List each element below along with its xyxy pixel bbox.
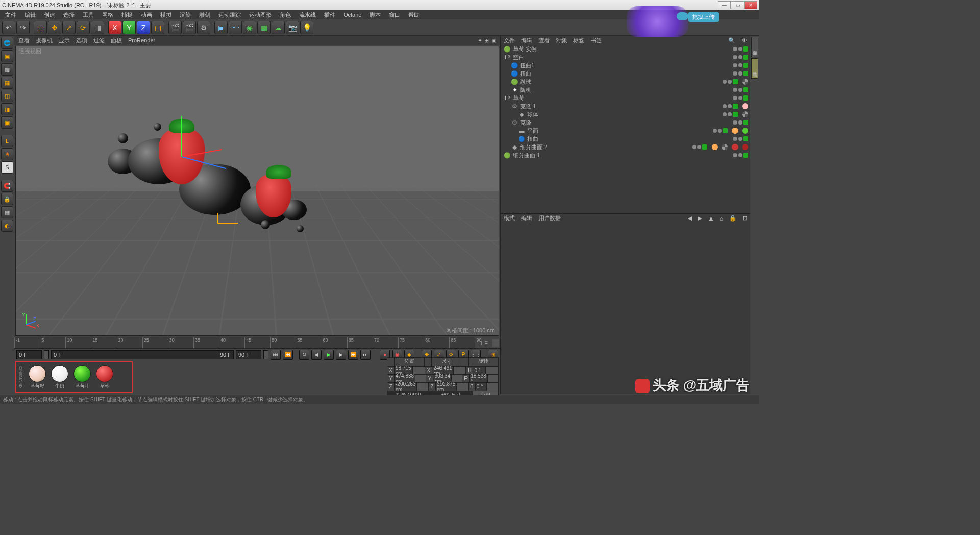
play-button[interactable]: ▶ — [324, 350, 334, 360]
obj-menu-文件[interactable]: 文件 — [504, 37, 515, 44]
vp-menu-面板[interactable]: 面板 — [111, 37, 122, 44]
misc-button[interactable]: ◐ — [1, 220, 13, 232]
attr-menu-用户数据[interactable]: 用户数据 — [538, 214, 561, 222]
object-tree[interactable]: 🟢草莓 实例L⁰空白🔵扭曲1🔵扭曲🟢融球✦随机L⁰草莓⚙克隆.1◆球体⚙克隆▬平… — [501, 45, 750, 213]
attr-menu-模式[interactable]: 模式 — [504, 214, 515, 222]
rotate-tool[interactable]: ⟳ — [77, 21, 90, 34]
spinner[interactable] — [263, 350, 268, 359]
tree-row[interactable]: 🔵扭曲 — [501, 135, 750, 143]
timeline-ruler[interactable]: -151015202530354045505560657075808590 -1… — [14, 337, 500, 348]
light-button[interactable]: 💡 — [300, 21, 313, 34]
attr-next-button[interactable]: ▶ — [698, 215, 702, 222]
tab-layout[interactable]: 界面 — [751, 37, 758, 57]
menu-流水线[interactable]: 流水线 — [296, 11, 319, 19]
tree-row[interactable]: 🔵扭曲 — [501, 69, 750, 78]
model-mode-button[interactable]: 🌐 — [1, 37, 13, 49]
lock-button[interactable]: 🔒 — [1, 193, 13, 205]
next-frame-button[interactable]: ▶ — [336, 350, 346, 360]
start-frame-field[interactable]: 0 F — [16, 350, 42, 359]
snap-button[interactable]: 🖱 — [1, 148, 13, 160]
menu-Octane[interactable]: Octane — [340, 12, 364, 18]
vp-menu-选项[interactable]: 选项 — [76, 37, 87, 44]
menu-雕刻[interactable]: 雕刻 — [196, 11, 213, 19]
poly-mode-button[interactable]: ▣ — [1, 116, 13, 129]
axis-button[interactable]: L — [1, 135, 13, 147]
grid-button[interactable]: ▦ — [1, 206, 13, 218]
obj-menu-编辑[interactable]: 编辑 — [521, 37, 532, 44]
deformer-button[interactable]: ▥ — [257, 21, 271, 34]
tree-row[interactable]: L⁰草莓 — [501, 94, 750, 102]
tree-row[interactable]: ⚙克隆.1 — [501, 102, 750, 110]
vp-menu-显示[interactable]: 显示 — [59, 37, 70, 44]
loop-button[interactable]: ↻ — [299, 350, 309, 360]
tree-row[interactable]: 🟢草莓 实例 — [501, 45, 750, 53]
goto-end-button[interactable]: ⏭ — [360, 350, 371, 360]
cube-primitive-button[interactable]: ▣ — [214, 21, 228, 34]
attr-home-button[interactable]: ⌂ — [720, 215, 723, 222]
menu-模拟[interactable]: 模拟 — [157, 11, 175, 19]
generator-button[interactable]: ◉ — [243, 21, 256, 34]
environment-button[interactable]: ☁ — [272, 21, 285, 34]
vp-menu-过滤[interactable]: 过滤 — [93, 37, 105, 44]
attr-menu-button[interactable]: ⊞ — [743, 215, 747, 222]
obj-menu-对象[interactable]: 对象 — [556, 37, 567, 44]
tree-row[interactable]: ◆细分曲面.2 — [501, 143, 750, 151]
menu-动画[interactable]: 动画 — [138, 11, 155, 19]
menu-窗口[interactable]: 窗口 — [386, 11, 403, 19]
obj-menu-查看[interactable]: 查看 — [538, 37, 550, 44]
obj-search-icon[interactable]: 🔍 — [728, 37, 736, 44]
last-tool[interactable]: ▦ — [91, 21, 104, 34]
object-mode-button[interactable]: ▣ — [1, 50, 13, 62]
menu-脚本[interactable]: 脚本 — [366, 11, 384, 19]
minimize-button[interactable]: — — [718, 1, 731, 9]
texture-mode-button[interactable]: ▩ — [1, 63, 13, 76]
y-axis-button[interactable]: Y — [122, 21, 136, 34]
menu-插件[interactable]: 插件 — [321, 11, 338, 19]
menu-编辑[interactable]: 编辑 — [21, 11, 39, 19]
tree-row[interactable]: ◆球体 — [501, 110, 750, 118]
tree-row[interactable]: 🟢融球 — [501, 78, 750, 86]
z-axis-button[interactable]: Z — [137, 21, 150, 34]
menu-创建[interactable]: 创建 — [41, 11, 58, 19]
tree-row[interactable]: L⁰空白 — [501, 53, 750, 61]
spline-button[interactable]: 〰 — [229, 21, 242, 34]
attr-lock-button[interactable]: 🔒 — [729, 215, 737, 222]
edge-mode-button[interactable]: ◨ — [1, 103, 13, 115]
obj-eye-icon[interactable]: 👁 — [742, 37, 747, 43]
menu-捕捉[interactable]: 捕捉 — [118, 11, 136, 19]
goto-key-next-button[interactable]: ⏩ — [348, 350, 358, 360]
x-axis-button[interactable]: X — [108, 21, 121, 34]
prev-frame-button[interactable]: ◀ — [311, 350, 322, 360]
tree-row[interactable]: 🔵扭曲1 — [501, 61, 750, 69]
render-settings-button[interactable]: ⚙ — [197, 21, 210, 34]
menu-渲染[interactable]: 渲染 — [177, 11, 194, 19]
point-mode-button[interactable]: ◫ — [1, 90, 13, 102]
vp-menu-查看[interactable]: 查看 — [18, 37, 30, 44]
menu-角色[interactable]: 角色 — [277, 11, 294, 19]
maximize-button[interactable]: ▭ — [731, 1, 744, 9]
tab-construct[interactable]: 构造 — [751, 58, 758, 79]
camera-button[interactable]: 📷 — [286, 21, 299, 34]
perspective-viewport[interactable]: 透视视图 Y — [15, 46, 499, 336]
end-frame-field[interactable]: 90 F — [236, 350, 261, 359]
menu-帮助[interactable]: 帮助 — [405, 11, 423, 19]
render-view-button[interactable]: 🎬 — [168, 21, 182, 34]
tree-row[interactable]: ▬平面 — [501, 127, 750, 135]
goto-key-prev-button[interactable]: ⏪ — [283, 350, 293, 360]
attr-prev-button[interactable]: ◀ — [688, 215, 692, 222]
coord-system-button[interactable]: ◫ — [151, 21, 164, 34]
attr-up-button[interactable]: ▲ — [708, 215, 714, 222]
vp-menu-ProRender[interactable]: ProRender — [128, 37, 155, 43]
tree-row[interactable]: ✦随机 — [501, 86, 750, 94]
scale-tool[interactable]: ⤢ — [62, 21, 76, 34]
range-slider[interactable]: 0 F90 F — [51, 350, 234, 359]
material-草莓籽[interactable]: 草莓籽 — [27, 365, 47, 390]
workplane-button[interactable]: ▦ — [1, 77, 13, 89]
move-tool[interactable]: ✥ — [48, 21, 61, 34]
vp-icon2[interactable]: ⊞ — [484, 37, 489, 44]
vp-icon1[interactable]: ✦ — [478, 37, 482, 44]
spinner[interactable] — [44, 350, 49, 359]
menu-运动图形[interactable]: 运动图形 — [246, 11, 275, 19]
timeline-opts-button[interactable] — [492, 339, 499, 347]
menu-运动跟踪[interactable]: 运动跟踪 — [215, 11, 244, 19]
